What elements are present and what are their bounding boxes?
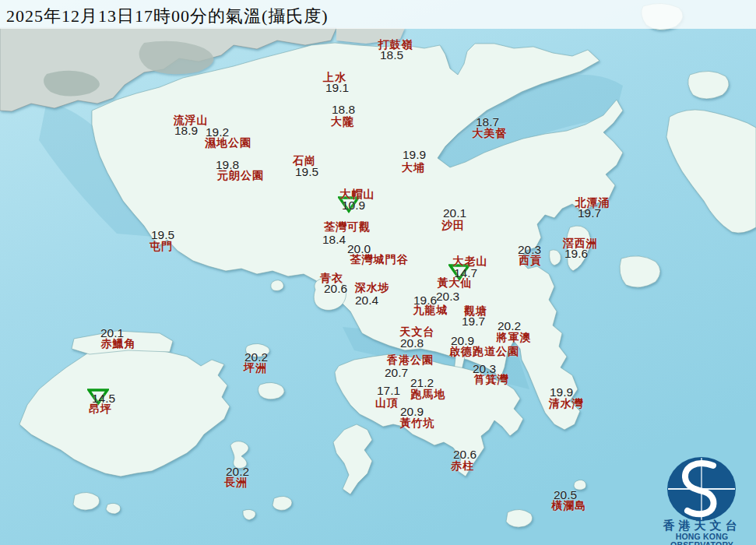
temperature-map-screen: 2025年12月13日17時00分的氣溫(攝氏度) 18.5打鼓嶺19.1上水1…: [0, 0, 756, 545]
station-label: 元朗公園: [217, 170, 264, 181]
station-label: 大美督: [473, 128, 508, 139]
station-value: 17.1: [377, 385, 400, 397]
station-value: 18.8: [332, 104, 355, 116]
station-value: 20.3: [436, 290, 459, 303]
station-label: 筲箕灣: [474, 374, 509, 385]
hko-logo-english-name: HONG KONG OBSERVATORY: [643, 533, 756, 545]
station-value: 19.6: [564, 248, 588, 260]
station-label: 跑馬地: [411, 389, 446, 399]
station-value: 19.7: [578, 207, 601, 220]
station-value: 20.6: [324, 283, 347, 295]
station-label: 香港公園: [387, 354, 434, 365]
land-hei-ling-chau: [258, 382, 285, 399]
land-high-island: [620, 256, 660, 287]
station-value: 19.9: [403, 149, 426, 161]
station-value: 18.4: [322, 234, 346, 246]
station-label: 大老山: [453, 255, 488, 266]
station-value: 10.9: [342, 199, 365, 212]
station-value: 20.7: [385, 367, 408, 379]
station-label: 青衣: [320, 272, 343, 283]
station-label: 打鼓嶺: [378, 39, 413, 50]
station-label: 大帽山: [340, 188, 375, 199]
hko-logo: 香港天文台 HONG KONG OBSERVATORY: [648, 436, 756, 545]
station-label: 黃大仙: [438, 277, 473, 288]
station-label: 昂坪: [89, 403, 112, 414]
land-crooked-island: [688, 71, 729, 99]
station-label: 清水灣: [549, 398, 584, 409]
station-value: 20.1: [443, 207, 466, 220]
station-value: 19.1: [325, 82, 349, 94]
page-title: 2025年12月13日17時00分的氣溫(攝氏度): [6, 5, 329, 28]
station-label: 荃灣城門谷: [350, 254, 409, 265]
station-label: 石崗: [293, 155, 316, 166]
station-label: 觀塘: [464, 305, 487, 316]
station-label: 黃竹坑: [400, 417, 435, 428]
station-label: 啟德跑道公園: [449, 346, 519, 357]
station-label: 九龍城: [413, 304, 448, 315]
station-value: 18.9: [174, 125, 198, 137]
station-label: 赤鱲角: [101, 338, 136, 349]
station-label: 屯門: [149, 241, 173, 251]
station-label: 大隴: [331, 116, 354, 127]
station-label: 橫瀾島: [552, 500, 587, 511]
station-label: 滘西洲: [563, 237, 598, 248]
station-label: 上水: [323, 72, 346, 83]
station-label: 北潭涌: [575, 197, 610, 208]
station-label: 沙田: [441, 220, 465, 230]
hong-kong-map: [0, 0, 756, 545]
station-label: 西貢: [519, 255, 542, 265]
station-label: 濕地公園: [205, 137, 251, 148]
station-label: 長洲: [224, 476, 248, 487]
hko-logo-icon: [648, 436, 756, 522]
hko-logo-chinese-name: 香港天文台: [648, 519, 756, 531]
station-label: 將軍澳: [497, 332, 532, 343]
station-label: 荃灣可觀: [324, 221, 371, 232]
station-label: 天文台: [400, 326, 435, 337]
land-sharp-island: [550, 250, 561, 265]
station-label: 深水埗: [355, 282, 390, 293]
station-label: 大埔: [402, 162, 425, 173]
station-label: 坪洲: [244, 362, 267, 373]
station-value: 18.5: [380, 49, 403, 62]
station-value: 19.5: [295, 166, 318, 178]
station-value: 20.4: [355, 294, 378, 307]
station-value: 19.7: [462, 315, 485, 328]
station-label: 山頂: [375, 397, 399, 408]
station-label: 流浮山: [174, 114, 209, 125]
land-ma-wan: [271, 280, 284, 291]
land-po-toi: [506, 509, 533, 527]
station-label: 赤柱: [451, 460, 474, 471]
station-value: 20.8: [400, 337, 424, 350]
